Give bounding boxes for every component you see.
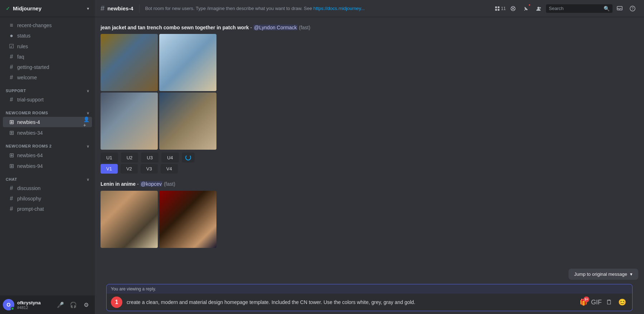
u1-button[interactable]: U1	[101, 153, 118, 163]
search-placeholder: Search	[549, 6, 601, 11]
sidebar-label: getting-started	[17, 64, 49, 70]
sidebar-item-discussion[interactable]: # discussion	[3, 183, 92, 193]
v4-button[interactable]: V4	[161, 164, 178, 174]
v3-button[interactable]: V3	[141, 164, 158, 174]
sidebar-item-philosophy[interactable]: # philosophy	[3, 194, 92, 204]
image-lenin-2[interactable]	[159, 191, 216, 248]
channel-name: # newbies-4	[101, 4, 133, 13]
hash-icon: #	[9, 195, 14, 202]
reply-number-badge: 1	[111, 296, 122, 308]
channel-description: Bot room for new users. Type /imagine th…	[145, 6, 490, 11]
sidebar-label: discussion	[17, 185, 40, 191]
help-icon[interactable]: ?	[627, 3, 638, 14]
sidebar-label: recent-changes	[17, 23, 52, 28]
grid-icon: ⊞	[9, 163, 14, 169]
user-panel: O ofkrystyna #4812 🎤 🎧 ⚙	[0, 295, 95, 314]
headphone-icon[interactable]: 🎧	[68, 299, 79, 310]
add-member-icon: 👤+	[83, 119, 89, 125]
username: ofkrystyna	[17, 300, 52, 305]
check-icon: ☑	[9, 43, 14, 50]
reply-actions: 🎁 3+ GIF 🗒 😊	[578, 296, 628, 308]
sticker-icon[interactable]: 🗒	[604, 296, 615, 308]
image-jean-4[interactable]	[159, 93, 216, 150]
messages-area[interactable]: jean jacket and tan trench combo sewn to…	[95, 17, 644, 281]
docs-link[interactable]: https://docs.midjourney...	[313, 6, 365, 11]
jump-chevron-icon: ▾	[630, 271, 633, 277]
add-member-icon[interactable]	[533, 3, 545, 14]
search-bar[interactable]: Search 🔍	[546, 4, 613, 13]
refresh-button[interactable]	[182, 153, 195, 163]
image-jean-2[interactable]	[159, 34, 216, 91]
v2-button[interactable]: V2	[121, 164, 138, 174]
message-text-jean: jean jacket and tan trench combo sewn to…	[101, 24, 638, 31]
settings-icon[interactable]: ⚙	[80, 299, 92, 310]
member-count: 11	[501, 6, 506, 11]
sidebar-label: newbies-4	[17, 119, 40, 125]
server-header[interactable]: ✓ Midjourney ▾	[0, 0, 95, 17]
sidebar-item-welcome[interactable]: # welcome	[3, 73, 92, 83]
v-buttons-row: V1 V2 V3 V4	[101, 164, 638, 174]
reply-bar: You are viewing a reply. 1 🎁 3+ GIF 🗒 😊	[106, 284, 633, 311]
search-icon: 🔍	[604, 6, 610, 11]
sidebar-item-trial-support[interactable]: # trial-support	[3, 95, 92, 105]
pin-icon[interactable]	[520, 3, 532, 14]
sidebar-item-prompt-chat[interactable]: # prompt-chat	[3, 204, 92, 214]
u2-button[interactable]: U2	[121, 153, 138, 163]
section-newcomer-rooms-2[interactable]: NEWCOMER ROOMS 2 ∨	[0, 138, 95, 150]
sidebar-item-newbies-94[interactable]: ⊞ newbies-94	[3, 161, 92, 171]
channel-header: # newbies-4 Bot room for new users. Type…	[95, 0, 644, 17]
sidebar-label: rules	[17, 44, 28, 49]
sidebar-label: trial-support	[17, 97, 44, 103]
section-chat[interactable]: CHAT ∨	[0, 171, 95, 183]
mention-lyndon[interactable]: @Lyndon Cormack	[253, 25, 298, 30]
members-icon[interactable]: 11	[494, 3, 506, 14]
grid-icon: ⊞	[9, 129, 14, 136]
notification-badge: 3+	[584, 296, 589, 302]
sidebar-label: faq	[17, 54, 24, 60]
image-lenin-1[interactable]	[101, 191, 158, 248]
jump-to-original-bar[interactable]: Jump to original message ▾	[569, 269, 638, 280]
sidebar-label: newbies-94	[17, 163, 43, 169]
svg-text:?: ?	[631, 7, 634, 11]
v1-button[interactable]: V1	[101, 164, 118, 174]
section-label: NEWCOMER ROOMS 2	[6, 144, 52, 148]
svg-point-5	[537, 7, 540, 9]
hash-icon: #	[9, 64, 14, 70]
hash-icon: #	[9, 185, 14, 191]
mention-kopcev[interactable]: @kopcev	[140, 181, 162, 187]
hash-icon: #	[9, 96, 14, 103]
mute-icon[interactable]	[507, 3, 519, 14]
emoji-icon[interactable]: 😊	[616, 296, 628, 308]
gif-icon[interactable]: GIF	[591, 296, 602, 308]
server-chevron-icon: ▾	[87, 6, 89, 11]
reply-input[interactable]	[127, 299, 574, 305]
sidebar-item-getting-started[interactable]: # getting-started	[3, 62, 92, 72]
sidebar-item-newbies-34[interactable]: ⊞ newbies-34	[3, 128, 92, 138]
image-jean-3[interactable]	[101, 93, 158, 150]
image-grid-lenin	[101, 191, 216, 248]
u3-button[interactable]: U3	[141, 153, 158, 163]
u4-button[interactable]: U4	[161, 153, 179, 163]
section-label: SUPPORT	[6, 89, 26, 93]
gift-icon[interactable]: 🎁 3+	[578, 296, 589, 308]
section-support[interactable]: SUPPORT ∨	[0, 83, 95, 94]
sidebar-item-newbies-4[interactable]: ⊞ newbies-4 👤+	[3, 117, 92, 127]
sidebar-item-status[interactable]: ● status	[3, 31, 92, 41]
sidebar-label: status	[17, 33, 30, 39]
reply-notice: You are viewing a reply.	[107, 284, 632, 294]
svg-rect-2	[495, 9, 497, 11]
inbox-icon[interactable]	[614, 3, 625, 14]
notification-dot	[528, 4, 531, 6]
sidebar-label: welcome	[17, 75, 37, 80]
section-newcomer-rooms[interactable]: NEWCOMER ROOMS ∨	[0, 105, 95, 116]
message-group-jean: jean jacket and tan trench combo sewn to…	[95, 23, 644, 176]
sidebar-item-newbies-64[interactable]: ⊞ newbies-64	[3, 150, 92, 160]
section-chevron-icon: ∨	[87, 89, 89, 93]
sidebar-item-recent-changes[interactable]: ≡ recent-changes	[3, 20, 92, 30]
sidebar-item-faq[interactable]: # faq	[3, 52, 92, 62]
image-jean-1[interactable]	[101, 34, 158, 91]
sidebar-label: philosophy	[17, 196, 41, 201]
sidebar-item-rules[interactable]: ☑ rules	[3, 41, 92, 51]
microphone-icon[interactable]: 🎤	[55, 299, 66, 310]
server-check-icon: ✓	[6, 6, 10, 11]
